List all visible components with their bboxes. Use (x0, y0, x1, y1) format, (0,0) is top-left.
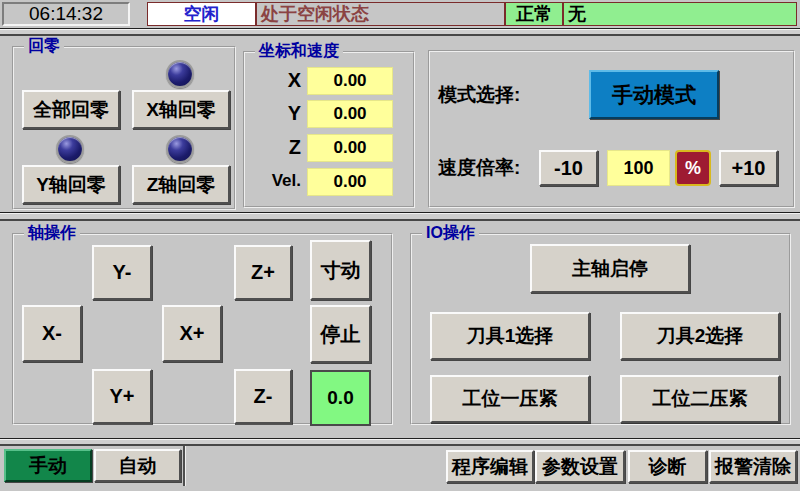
z-position-value: 0.00 (307, 134, 393, 162)
stop-button[interactable]: 停止 (310, 305, 371, 363)
io-panel: IO操作 主轴启停 刀具1选择 刀具2选择 工位一压紧 工位二压紧 (410, 233, 791, 425)
home-y-button[interactable]: Y轴回零 (22, 165, 120, 204)
home-z-button[interactable]: Z轴回零 (132, 165, 230, 204)
velocity-value: 0.00 (307, 168, 393, 196)
y-position-value: 0.00 (307, 100, 393, 128)
homing-panel: 回零 全部回零 X轴回零 Y轴回零 Z轴回零 (12, 46, 236, 210)
state-message-field: 处于空闲状态 (256, 2, 505, 26)
z-home-indicator-led (166, 135, 194, 163)
override-plus-button[interactable]: +10 (719, 150, 778, 186)
divider (0, 28, 800, 36)
alarm-clear-button[interactable]: 报警清除 (709, 450, 797, 483)
jog-button[interactable]: 寸动 (310, 240, 371, 300)
override-value-field: 100 (607, 150, 670, 186)
coords-panel: 坐标和速度 X 0.00 Y 0.00 Z 0.00 Vel. 0.00 (243, 51, 415, 208)
x-plus-button[interactable]: X+ (162, 305, 222, 362)
axis-panel: 轴操作 Y- Z+ 寸动 X- X+ 停止 Y+ Z- 0.0 (12, 233, 393, 425)
machine-state-field: 空闲 (147, 2, 256, 26)
alarm-message-field: 无 (563, 2, 797, 26)
z-plus-button[interactable]: Z+ (234, 245, 292, 300)
coords-panel-title: 坐标和速度 (255, 42, 343, 60)
program-edit-button[interactable]: 程序编辑 (446, 450, 534, 483)
divider (0, 438, 800, 446)
tool1-select-button[interactable]: 刀具1选择 (430, 312, 590, 360)
jog-step-value-field: 0.0 (310, 370, 371, 426)
mode-panel: 模式选择: 手动模式 速度倍率: -10 100 % +10 (428, 50, 795, 208)
y-minus-button[interactable]: Y- (92, 245, 152, 300)
y-home-indicator-led (56, 135, 84, 163)
station1-clamp-button[interactable]: 工位一压紧 (430, 375, 590, 423)
tool2-select-button[interactable]: 刀具2选择 (620, 312, 780, 360)
x-axis-label: X (245, 69, 301, 92)
home-x-button[interactable]: X轴回零 (132, 90, 230, 129)
velocity-label: Vel. (245, 171, 301, 191)
z-axis-label: Z (245, 136, 301, 159)
mode-select-label: 模式选择: (438, 82, 520, 108)
auto-tab-button[interactable]: 自动 (94, 449, 181, 482)
clock-display: 06:14:32 (2, 2, 130, 26)
override-minus-button[interactable]: -10 (539, 150, 598, 186)
manual-mode-button[interactable]: 手动模式 (589, 70, 719, 119)
speed-override-label: 速度倍率: (438, 155, 520, 181)
diagnosis-button[interactable]: 诊断 (628, 450, 707, 483)
x-position-value: 0.00 (307, 67, 393, 95)
x-home-indicator-led (166, 60, 194, 88)
alarm-status-field: 正常 (505, 2, 563, 26)
homing-panel-title: 回零 (24, 37, 64, 55)
spindle-start-stop-button[interactable]: 主轴启停 (530, 244, 690, 293)
y-axis-label: Y (245, 102, 301, 125)
percent-sign-badge: % (675, 150, 711, 186)
x-minus-button[interactable]: X- (22, 305, 82, 362)
io-panel-title: IO操作 (422, 224, 479, 242)
y-plus-button[interactable]: Y+ (92, 369, 152, 424)
station2-clamp-button[interactable]: 工位二压紧 (620, 375, 780, 423)
param-settings-button[interactable]: 参数设置 (535, 450, 625, 483)
z-minus-button[interactable]: Z- (234, 369, 292, 424)
status-bar: 06:14:32 空闲 处于空闲状态 正常 无 (0, 0, 800, 28)
bottom-nav-bar: 手动 自动 程序编辑 参数设置 诊断 报警清除 (0, 446, 800, 491)
divider (0, 212, 800, 221)
home-all-button[interactable]: 全部回零 (22, 90, 120, 129)
manual-tab-button[interactable]: 手动 (4, 449, 92, 482)
vertical-separator (183, 446, 186, 486)
axis-panel-title: 轴操作 (24, 224, 80, 242)
